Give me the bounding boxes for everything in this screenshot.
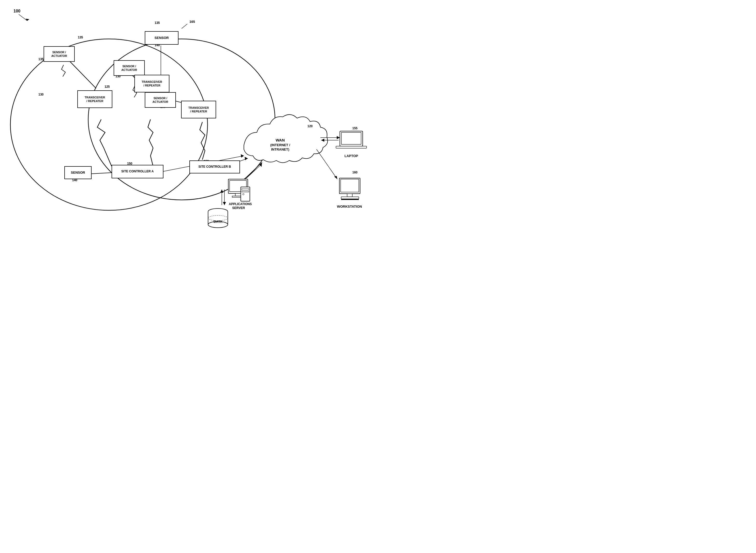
svg-marker-24	[260, 162, 262, 167]
svg-text:APPLICATIONS: APPLICATIONS	[229, 202, 252, 206]
svg-rect-62	[341, 199, 359, 200]
svg-text:125: 125	[105, 85, 110, 88]
svg-line-23	[236, 162, 262, 187]
svg-line-8	[67, 59, 96, 88]
svg-marker-28	[220, 189, 223, 192]
svg-text:135: 135	[38, 57, 43, 61]
svg-rect-54	[340, 131, 363, 146]
svg-marker-26	[235, 186, 238, 189]
sensor-bottom-box: SENSOR	[64, 166, 92, 179]
sensor-actuator-1-box: SENSOR /ACTUATOR	[43, 46, 75, 62]
svg-text:LAPTOP: LAPTOP	[345, 154, 358, 158]
svg-text:120: 120	[307, 125, 313, 128]
svg-text:100: 100	[13, 9, 20, 13]
svg-rect-69	[242, 188, 249, 190]
svg-text:115: 115	[219, 223, 224, 227]
transceiver-3-box: TRANSCEIVER/ REPEATER	[181, 101, 216, 118]
svg-text:110: 110	[238, 181, 243, 185]
svg-text:INTRANET): INTRANET)	[271, 148, 289, 151]
svg-point-74	[208, 209, 228, 215]
site-controller-b-box: SITE CONTROLLER B	[189, 160, 240, 173]
svg-rect-64	[228, 179, 248, 193]
svg-rect-65	[229, 180, 247, 191]
sensor-actuator-3-box: SENSOR /ACTUATOR	[145, 92, 176, 108]
svg-point-3	[10, 39, 207, 210]
sensor-actuator-2-box: SENSOR /ACTUATOR	[114, 60, 145, 76]
svg-line-1	[19, 14, 27, 21]
svg-marker-2	[25, 19, 29, 21]
svg-text:165: 165	[189, 20, 195, 24]
svg-line-10	[104, 148, 111, 166]
network-diagram: 100 165	[0, 0, 378, 276]
transceiver-1-box: TRANSCEIVER/ REPEATER	[77, 90, 112, 108]
transceiver-2-box: TRANSCEIVER/ REPEATER	[134, 75, 169, 92]
svg-rect-66	[235, 193, 241, 196]
svg-text:135: 135	[78, 35, 83, 39]
svg-text:155: 155	[352, 127, 358, 130]
svg-rect-70	[242, 191, 249, 192]
svg-rect-75	[208, 212, 228, 225]
svg-marker-30	[223, 202, 226, 205]
svg-text:SERVER: SERVER	[232, 206, 245, 210]
svg-text:(INTERNET /: (INTERNET /	[270, 143, 290, 147]
svg-rect-59	[341, 179, 359, 192]
svg-marker-14	[241, 154, 244, 158]
svg-text:130: 130	[38, 93, 43, 96]
svg-line-21	[316, 149, 337, 179]
svg-point-78	[208, 222, 228, 228]
svg-marker-22	[334, 176, 337, 179]
svg-line-11	[88, 173, 111, 174]
svg-point-79	[208, 216, 228, 221]
svg-rect-68	[241, 187, 250, 201]
svg-rect-55	[342, 133, 361, 144]
svg-text:DATA: DATA	[213, 220, 222, 224]
svg-line-5	[182, 24, 187, 28]
sensor-top-box: SENSOR	[145, 31, 179, 45]
svg-text:160: 160	[352, 171, 358, 174]
svg-rect-67	[232, 196, 244, 197]
svg-rect-56	[336, 146, 367, 148]
svg-rect-61	[341, 197, 359, 199]
svg-point-71	[243, 193, 244, 195]
site-controller-a-box: SITE CONTROLLER A	[111, 165, 164, 178]
svg-text:135: 135	[155, 21, 160, 25]
svg-text:WORKSTATION: WORKSTATION	[337, 205, 362, 209]
svg-marker-16	[245, 157, 248, 160]
svg-text:WAN: WAN	[276, 138, 285, 142]
svg-marker-20	[321, 139, 324, 142]
svg-rect-58	[339, 178, 360, 194]
svg-marker-18	[337, 136, 340, 139]
svg-rect-60	[347, 194, 352, 197]
